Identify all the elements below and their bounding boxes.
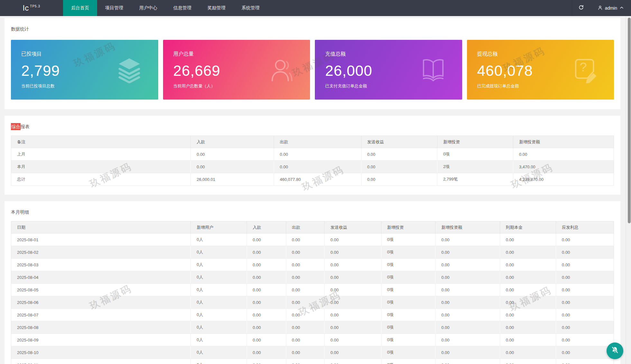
nav-item-5[interactable]: 系统管理 — [233, 0, 268, 16]
cell: 0.00 — [435, 359, 500, 364]
cell: 0.00 — [325, 271, 381, 284]
cell: 0.00 — [325, 296, 381, 309]
cell: 2025-08-09 — [11, 334, 191, 346]
user-menu[interactable]: admin — [590, 0, 631, 16]
cell: 0.00 — [556, 334, 614, 346]
notifications-toggle-button[interactable] — [607, 342, 623, 359]
cell: 0.00 — [286, 246, 325, 259]
cell: 0.00 — [500, 334, 556, 346]
cell: 0.00 — [500, 259, 556, 271]
cell: 0.00 — [286, 271, 325, 284]
table-row: 2025-08-070人0.000.000.000项0.000.000.00 — [11, 309, 614, 321]
cell: 0.00 — [286, 234, 325, 246]
cell: 0人 — [191, 284, 247, 296]
cell: 0.00 — [247, 284, 286, 296]
cell: 0.00 — [435, 284, 500, 296]
cell: 0人 — [191, 234, 247, 246]
column-header: 出款 — [274, 136, 361, 148]
cell: 0人 — [191, 346, 247, 359]
vertical-scrollbar[interactable] — [626, 16, 631, 364]
main-nav: 后台首页项目管理用户中心信息管理奖励管理系统管理 — [63, 0, 268, 16]
nav-item-1[interactable]: 项目管理 — [97, 0, 131, 16]
cell: 0.00 — [435, 334, 500, 346]
cell: 4,239,870.00 — [513, 173, 614, 186]
table-row: 2025-08-020人0.000.000.000项0.000.000.00 — [11, 246, 614, 259]
cell: 0.00 — [435, 234, 500, 246]
cell: 0.00 — [247, 234, 286, 246]
cell: 0.00 — [325, 321, 381, 334]
cell: 0.00 — [556, 271, 614, 284]
stat-card-subtitle: 已支付充值订单总金额 — [325, 83, 462, 89]
navbar-right: admin — [572, 0, 631, 16]
cell: 0.00 — [247, 259, 286, 271]
cell: 0.00 — [247, 346, 286, 359]
cell: 0.00 — [435, 309, 500, 321]
bell-off-icon — [611, 346, 619, 356]
column-header: 发送收益 — [325, 221, 381, 234]
cell: 0.00 — [556, 259, 614, 271]
cell: 0.00 — [435, 296, 500, 309]
scrollbar-thumb[interactable] — [628, 18, 631, 223]
column-header: 出款 — [286, 221, 325, 234]
cell: 0.00 — [435, 346, 500, 359]
cell: 0人 — [191, 321, 247, 334]
app-logo[interactable]: lcTP5.3 — [0, 0, 63, 16]
cell: 460,077.80 — [274, 173, 361, 186]
cell: 0.00 — [500, 271, 556, 284]
cell: 0.00 — [361, 173, 437, 186]
cell: 2项 — [437, 161, 513, 173]
cell: 0项 — [381, 334, 435, 346]
cell: 0.00 — [325, 346, 381, 359]
table-row: 2025-08-080人0.000.000.000项0.000.000.00 — [11, 321, 614, 334]
title-highlight: 综合 — [11, 123, 21, 130]
table-row: 2025-08-040人0.000.000.000项0.000.000.00 — [11, 271, 614, 284]
cell: 0.00 — [286, 359, 325, 364]
cell: 0.00 — [556, 346, 614, 359]
cell: 0项 — [381, 259, 435, 271]
logo-version: TP5.3 — [30, 4, 40, 8]
cell: 0项 — [381, 246, 435, 259]
cell: 0.00 — [286, 321, 325, 334]
table-row: 总计26,000.01460,077.800.002,799笔4,239,870… — [11, 173, 614, 186]
cell: 0.00 — [361, 161, 437, 173]
cell: 上月 — [11, 148, 191, 161]
main-content: 数据统计 已投项目2,799当前已投项目总数用户总量26,669当前用户总数量（… — [0, 16, 626, 364]
cell: 0项 — [381, 321, 435, 334]
table-row: 2025-08-060人0.000.000.000项0.000.000.00 — [11, 296, 614, 309]
cell: 0.00 — [325, 334, 381, 346]
cell: 0.00 — [500, 309, 556, 321]
stat-card-subtitle: 当前用户总数量（人） — [173, 83, 310, 89]
cell: 0.00 — [500, 234, 556, 246]
refresh-button[interactable] — [572, 0, 590, 16]
nav-item-4[interactable]: 奖励管理 — [199, 0, 233, 16]
cell: 0.00 — [435, 246, 500, 259]
nav-item-2[interactable]: 用户中心 — [131, 0, 165, 16]
column-header: 新增投资 — [437, 136, 513, 148]
cell: 0人 — [191, 271, 247, 284]
cell: 0.00 — [500, 246, 556, 259]
cell: 0人 — [191, 296, 247, 309]
cell: 0项 — [381, 296, 435, 309]
cell: 0.00 — [325, 284, 381, 296]
cell: 0项 — [381, 271, 435, 284]
cell: 0.00 — [191, 161, 274, 173]
nav-item-3[interactable]: 信息管理 — [165, 0, 199, 16]
svg-text:?: ? — [580, 60, 587, 74]
cell: 26,000.01 — [191, 173, 274, 186]
cell: 0.00 — [325, 234, 381, 246]
cell: 0.00 — [500, 321, 556, 334]
nav-item-0[interactable]: 后台首页 — [63, 0, 97, 16]
cell: 0.00 — [286, 334, 325, 346]
cell: 0.00 — [286, 296, 325, 309]
column-header: 备注 — [11, 136, 191, 148]
refresh-icon — [578, 4, 584, 12]
cell: 2025-08-01 — [11, 234, 191, 246]
cell: 0.00 — [435, 321, 500, 334]
column-header: 入款 — [191, 136, 274, 148]
cell: 0.00 — [191, 148, 274, 161]
cell: 0人 — [191, 359, 247, 364]
summary-report-table: 备注入款出款发送收益新增投资新增投资额上月0.000.000.000项0.00本… — [11, 136, 614, 186]
table-row: 2025-08-110人0.000.000.000项0.000.000.00 — [11, 359, 614, 364]
cell: 2025-08-11 — [11, 359, 191, 364]
cell: 0人 — [191, 309, 247, 321]
